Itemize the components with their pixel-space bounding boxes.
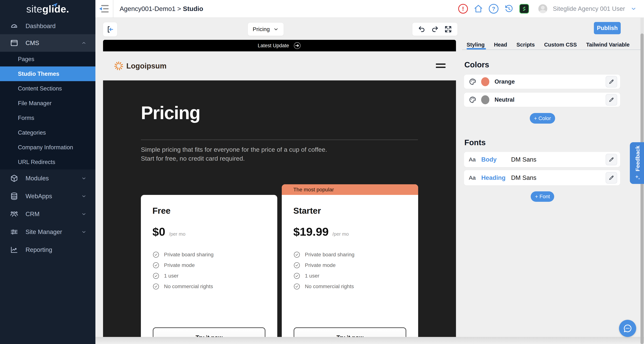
color-swatch-neutral [481, 95, 489, 104]
add-color-button[interactable]: + Color [530, 113, 555, 124]
breadcrumb-separator: > [177, 5, 181, 12]
check-circle-icon [152, 272, 160, 279]
sidebar-item-webapps[interactable]: WebApps [0, 187, 96, 205]
pricing-card-starter: The most popular Starter $19.99 /per mo … [282, 184, 418, 337]
chevron-down-icon [81, 229, 86, 235]
feedback-tab[interactable]: Feedback [630, 142, 644, 184]
fonts-heading: Fonts [464, 138, 486, 147]
submenu-label: File Manager [18, 100, 52, 107]
sidebar-item-cms[interactable]: CMS [0, 34, 96, 52]
font-role[interactable]: Heading [481, 174, 511, 181]
sidebar-item-crm[interactable]: CRM [0, 205, 96, 223]
check-circle-icon [293, 283, 300, 290]
chat-button[interactable] [619, 320, 636, 337]
sliders-icon [10, 228, 18, 236]
sidebar-item-dashboard[interactable]: Dashboard [0, 18, 96, 34]
tab-custom-css[interactable]: Custom CSS [544, 42, 577, 48]
sidebar-item-content-sections[interactable]: Content Sections [0, 81, 96, 96]
sunburst-icon [114, 60, 124, 71]
sidebar-item-studio-themes[interactable]: Studio Themes [0, 66, 96, 81]
plan-price: $0 [152, 225, 165, 238]
arrow-right-circle-icon [293, 41, 301, 50]
undo-icon[interactable] [418, 25, 426, 33]
palette-icon [469, 78, 476, 85]
feature-item: Private board sharing [152, 249, 214, 260]
add-font-button[interactable]: + Font [531, 191, 554, 202]
check-circle-icon [293, 251, 300, 258]
publish-label: Publish [597, 25, 618, 31]
tab-scripts[interactable]: Scripts [516, 42, 535, 48]
user-name[interactable]: Siteglide Agency 001 User [553, 5, 625, 12]
user-menu-chevron-icon[interactable] [630, 6, 636, 12]
preview-announcement-banner[interactable]: Latest Update [103, 40, 456, 51]
preview-site-logo[interactable]: Logoipsum [114, 60, 166, 71]
page-select-value: Pricing [253, 26, 270, 32]
siteglide-dev-icon[interactable] [519, 4, 529, 13]
color-name: Neutral [494, 96, 514, 103]
edit-font-button[interactable] [606, 172, 617, 184]
tab-styling[interactable]: Styling [466, 42, 485, 48]
home-icon[interactable] [474, 4, 483, 13]
collapse-menu-icon [100, 5, 109, 12]
palette-icon [469, 96, 476, 103]
font-role[interactable]: Body [481, 156, 511, 163]
sidebar-item-categories[interactable]: Categories [0, 125, 96, 140]
cta-label: Try it now [336, 334, 364, 337]
collapse-panel-button[interactable] [103, 22, 117, 36]
submenu-label: Company Information [18, 144, 73, 151]
sidebar-item-modules[interactable]: Modules [0, 169, 96, 187]
pencil-icon [608, 79, 614, 84]
avatar[interactable] [538, 4, 547, 13]
submenu-label: Categories [18, 129, 46, 136]
preview-hero-line2: Start for free, no credit card required. [141, 155, 245, 162]
most-popular-badge: The most popular [282, 184, 418, 195]
feature-item: Private board sharing [293, 249, 354, 260]
sidebar-item-pages[interactable]: Pages [0, 52, 96, 66]
try-it-now-button[interactable]: Try it now [294, 328, 406, 337]
feature-list: Private board sharing Private mode 1 use… [152, 249, 214, 292]
help-icon[interactable]: ? [489, 4, 498, 13]
plan-period: /per mo [169, 231, 186, 237]
submenu-label: Studio Themes [18, 70, 59, 77]
edit-font-button[interactable] [606, 154, 617, 165]
tab-head[interactable]: Head [494, 42, 507, 48]
edit-color-button[interactable] [606, 76, 617, 87]
active-tab-indicator [466, 48, 486, 49]
sidebar-item-company-information[interactable]: Company Information [0, 140, 96, 155]
font-row-body: Aa Body DM Sans [464, 152, 620, 167]
preview-site-logo-text: Logoipsum [126, 62, 166, 70]
pencil-icon [608, 175, 614, 181]
sidebar-item-url-redirects[interactable]: URL Redirects [0, 155, 96, 169]
scrollbar-thumb[interactable] [640, 33, 644, 344]
feature-label: No commercial rights [305, 284, 354, 290]
add-font-label: + Font [535, 194, 550, 200]
font-sample: Aa [469, 175, 476, 181]
tab-tailwind-variable[interactable]: Tailwind Variable [586, 42, 630, 48]
sidebar-item-forms[interactable]: Forms [0, 111, 96, 125]
app-logo[interactable]: siteglide. [0, 0, 96, 18]
sidebar-item-file-manager[interactable]: File Manager [0, 96, 96, 111]
submenu-label: Forms [18, 115, 34, 121]
plan-price: $19.99 [293, 225, 329, 238]
paper-plane-icon [52, 2, 58, 7]
page-select[interactable]: Pricing [248, 23, 284, 36]
sidebar-item-site-manager[interactable]: Site Manager [0, 223, 96, 241]
alert-icon[interactable]: ! [458, 4, 468, 13]
breadcrumb-site[interactable]: Agency001-Demo1 [120, 5, 176, 12]
try-it-now-button[interactable]: Try it now [153, 328, 265, 337]
edit-color-button[interactable] [606, 94, 617, 105]
sidebar-item-label: Reporting [26, 246, 52, 253]
history-icon[interactable] [504, 4, 514, 13]
publish-button[interactable]: Publish [594, 22, 621, 34]
fullscreen-icon[interactable] [444, 25, 452, 33]
sidebar-item-reporting[interactable]: Reporting [0, 241, 96, 259]
menu-icon[interactable] [436, 63, 446, 68]
colors-heading: Colors [464, 60, 489, 69]
feature-label: Private mode [164, 262, 195, 268]
breadcrumb-page: Studio [183, 5, 203, 12]
chevron-down-icon [81, 176, 86, 181]
question-glyph: ? [492, 5, 495, 12]
sidebar-collapse-button[interactable] [96, 0, 113, 18]
redo-icon[interactable] [431, 25, 439, 33]
plan-name: Free [152, 206, 170, 216]
